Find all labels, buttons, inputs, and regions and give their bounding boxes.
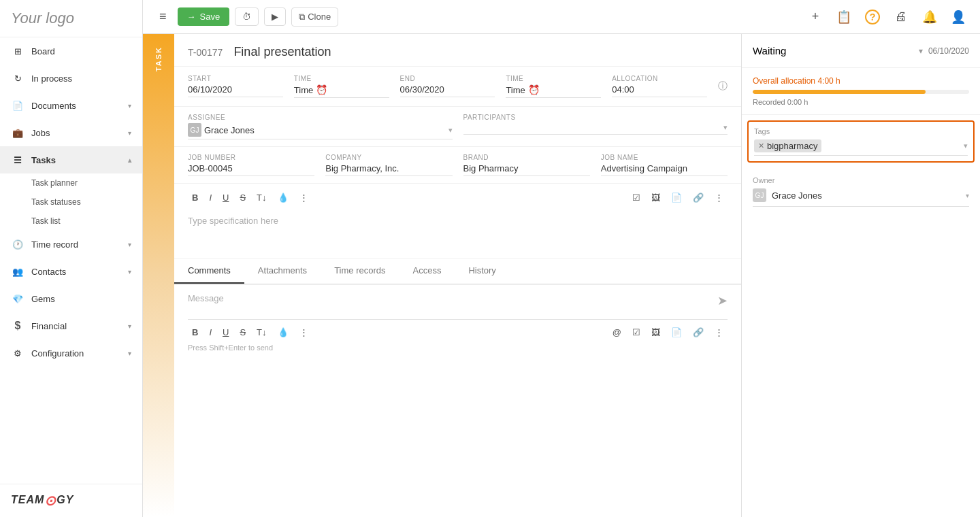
brand-field: Brand Big Pharmacy: [463, 154, 590, 176]
assignee-field: Assignee GJ Grace Jones ▾: [188, 114, 453, 139]
job-name-value: Advertising Campaign: [601, 163, 728, 176]
task-strip: TASK: [143, 34, 174, 517]
print-button[interactable]: 🖨: [890, 6, 912, 28]
owner-field[interactable]: GJ Grace Jones ▾: [753, 188, 969, 207]
save-button[interactable]: → Save: [178, 7, 230, 26]
tag-input[interactable]: ✕ bigpharmacy ▾: [754, 139, 968, 156]
time2-value[interactable]: Time ⏰: [506, 84, 601, 98]
sidebar-item-task-list[interactable]: Task list: [31, 212, 142, 231]
send-button[interactable]: ➤: [717, 293, 728, 308]
tab-comments[interactable]: Comments: [174, 258, 244, 284]
comment-text-size-btn[interactable]: T↓: [252, 325, 270, 339]
end-value[interactable]: 06/30/2020: [400, 84, 495, 97]
note-button[interactable]: 📋: [833, 6, 855, 28]
info-icon[interactable]: ⓘ: [718, 80, 728, 93]
end-label: End: [400, 75, 495, 82]
comment-underline-btn[interactable]: U: [218, 325, 233, 339]
financial-arrow: ▾: [128, 322, 131, 330]
job-number-value: JOB-00045: [188, 163, 314, 176]
checkbox-btn[interactable]: ☑: [628, 190, 644, 205]
owner-section: Owner GJ Grace Jones ▾: [742, 168, 980, 215]
participants-value[interactable]: ▾: [463, 123, 728, 135]
more-btn[interactable]: ⋮: [295, 190, 312, 205]
add-button[interactable]: +: [804, 6, 826, 28]
sidebar-item-time-record[interactable]: 🕐 Time record ▾: [0, 231, 142, 258]
comment-image-btn[interactable]: 🖼: [647, 325, 664, 339]
sidebar-item-task-statuses[interactable]: Task statuses: [31, 193, 142, 212]
sidebar-item-tasks[interactable]: ☰ Tasks ▴: [0, 146, 142, 173]
color-btn[interactable]: 💧: [274, 190, 293, 205]
task-statuses-label: Task statuses: [31, 197, 81, 207]
file-btn[interactable]: 📄: [667, 190, 686, 205]
sidebar-item-configuration[interactable]: ⚙ Configuration ▾: [0, 339, 142, 367]
play-icon: ▶: [272, 12, 278, 22]
allocation-section: Overall allocation 4:00 h Recorded 0:00 …: [742, 68, 980, 115]
user-button[interactable]: 👤: [947, 6, 969, 28]
message-input[interactable]: [188, 293, 712, 314]
help-button[interactable]: ?: [862, 6, 883, 28]
comment-file-btn[interactable]: 📄: [667, 325, 686, 339]
comment-strikethrough-btn[interactable]: S: [235, 325, 250, 339]
time1-value[interactable]: Time ⏰: [294, 84, 389, 98]
bell-button[interactable]: 🔔: [919, 6, 941, 28]
time2-field: Time Time ⏰: [506, 75, 601, 98]
italic-btn[interactable]: I: [205, 190, 216, 205]
comment-mention-btn[interactable]: @: [608, 325, 625, 339]
comment-italic-btn[interactable]: I: [205, 325, 216, 339]
tab-time-records[interactable]: Time records: [321, 258, 399, 284]
sidebar-item-task-planner[interactable]: Task planner: [31, 173, 142, 193]
comment-bold-btn[interactable]: B: [188, 325, 202, 339]
comment-more-btn[interactable]: ⋮: [295, 325, 312, 339]
user-icon: 👤: [951, 10, 966, 24]
company-label: Company: [325, 154, 452, 161]
time-record-icon: 🕐: [11, 237, 24, 251]
tag-arrow[interactable]: ▾: [964, 141, 968, 150]
sidebar-item-documents[interactable]: 📄 Documents ▾: [0, 92, 142, 119]
text-size-btn[interactable]: T↓: [252, 190, 270, 205]
tag-close-btn[interactable]: ✕: [758, 141, 764, 150]
right-panel: Waiting ▾ 06/10/2020 Overall allocation …: [742, 34, 980, 517]
print-icon: 🖨: [895, 10, 907, 24]
allocation-value[interactable]: 04:00: [612, 84, 707, 97]
sidebar-label-configuration: Configuration: [31, 348, 121, 358]
comment-color-btn[interactable]: 💧: [274, 325, 293, 339]
play-button[interactable]: ▶: [264, 7, 286, 26]
tab-attachments[interactable]: Attachments: [244, 258, 321, 284]
underline-btn[interactable]: U: [218, 190, 233, 205]
task-planner-label: Task planner: [31, 178, 78, 188]
task-detail: T-00177 Final presentation Start 06/10/2…: [174, 34, 742, 517]
comment-checkbox-btn[interactable]: ☑: [628, 325, 644, 339]
clock-button[interactable]: ⏱: [235, 7, 259, 26]
company-field: Company Big Pharmacy, Inc.: [325, 154, 452, 176]
sidebar-item-gems[interactable]: 💎 Gems: [0, 285, 142, 312]
start-value[interactable]: 06/10/2020: [188, 84, 283, 97]
editor-placeholder[interactable]: Type specification here: [188, 210, 728, 251]
sidebar-item-financial[interactable]: $ Financial ▾: [0, 312, 142, 339]
tab-history[interactable]: History: [455, 258, 509, 284]
clone-button[interactable]: ⧉ Clone: [291, 7, 338, 27]
comment-input-area: ➤: [188, 293, 728, 314]
company-value: Big Pharmacy, Inc.: [325, 163, 452, 176]
participants-field: Participants ▾: [463, 114, 728, 139]
contacts-icon: 👥: [11, 265, 24, 278]
link-btn[interactable]: 🔗: [689, 190, 708, 205]
sidebar-item-contacts[interactable]: 👥 Contacts ▾: [0, 258, 142, 285]
more-right-btn[interactable]: ⋮: [710, 190, 728, 205]
strikethrough-btn[interactable]: S: [235, 190, 250, 205]
sidebar-item-board[interactable]: ⊞ Board: [0, 37, 142, 65]
tasks-icon: ☰: [11, 153, 24, 167]
note-icon: 📋: [836, 10, 851, 24]
job-info-section: Job number JOB-00045 Company Big Pharmac…: [174, 147, 741, 184]
sidebar-item-jobs[interactable]: 💼 Jobs ▾: [0, 119, 142, 146]
status-arrow[interactable]: ▾: [919, 46, 923, 56]
comment-link-btn[interactable]: 🔗: [689, 325, 708, 339]
jobs-arrow: ▾: [128, 129, 131, 137]
right-panel-header: Waiting ▾ 06/10/2020: [742, 34, 980, 68]
sidebar-item-in-process[interactable]: ↻ In process: [0, 65, 142, 92]
bold-btn[interactable]: B: [188, 190, 202, 205]
assignee-value[interactable]: GJ Grace Jones ▾: [188, 123, 453, 139]
comment-more-right-btn[interactable]: ⋮: [710, 325, 728, 339]
hamburger-menu[interactable]: ≡: [154, 7, 172, 27]
image-btn[interactable]: 🖼: [647, 190, 664, 205]
tab-access[interactable]: Access: [399, 258, 455, 284]
